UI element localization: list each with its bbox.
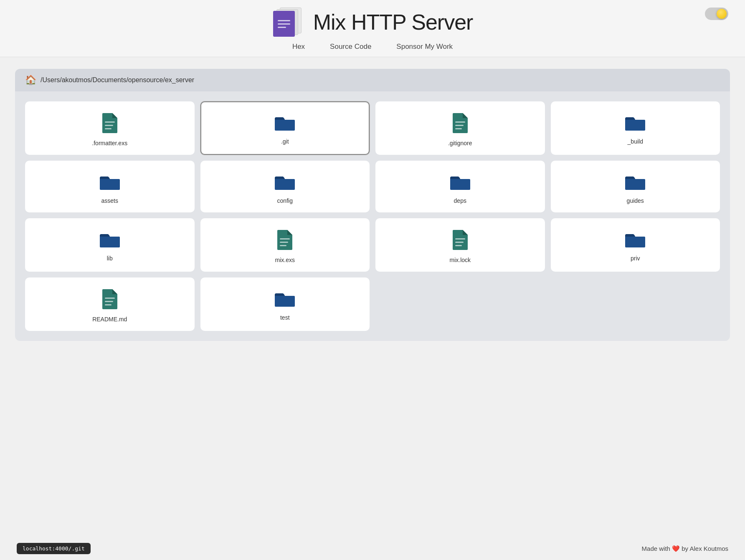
file-name: README.md — [92, 316, 127, 323]
file-item[interactable]: .git — [200, 101, 370, 155]
file-icon — [276, 229, 293, 252]
main-content: 🏠 /Users/akoutmos/Documents/opensource/e… — [0, 57, 745, 537]
home-icon: 🏠 — [25, 75, 36, 86]
credit-prefix: Made with — [642, 545, 670, 552]
file-item[interactable]: guides — [551, 161, 720, 212]
file-item[interactable]: config — [200, 161, 370, 212]
svg-rect-11 — [455, 245, 462, 246]
breadcrumb-path: /Users/akoutmos/Documents/opensource/ex_… — [41, 76, 194, 84]
file-item[interactable]: _build — [551, 101, 720, 155]
svg-rect-10 — [455, 242, 464, 243]
file-name: priv — [631, 255, 640, 262]
nav-item-sponsor[interactable]: Sponsor My Work — [396, 43, 453, 57]
file-item[interactable]: README.md — [25, 277, 195, 331]
file-item[interactable]: deps — [375, 161, 545, 212]
nav-item-source-code[interactable]: Source Code — [330, 43, 371, 57]
folder-icon — [274, 172, 296, 192]
footer-credit: Made with ❤️ by Alex Koutmos — [642, 545, 728, 552]
file-name: deps — [454, 197, 466, 204]
file-item[interactable]: priv — [551, 218, 720, 272]
svg-rect-7 — [280, 242, 288, 243]
file-icon — [452, 112, 469, 135]
file-item[interactable]: test — [200, 277, 370, 331]
file-name: .formatter.exs — [92, 140, 127, 146]
file-icon — [101, 112, 118, 135]
svg-rect-4 — [455, 125, 464, 126]
svg-rect-3 — [455, 121, 465, 123]
folder-icon — [274, 288, 296, 309]
file-name: lib — [107, 255, 113, 262]
file-item[interactable]: assets — [25, 161, 195, 212]
page-lines — [278, 20, 290, 28]
app-icon — [272, 8, 306, 37]
heart-icon: ❤️ — [672, 545, 682, 552]
header-top: Mix HTTP Server — [272, 8, 473, 37]
page-front — [273, 11, 295, 37]
status-bar: localhost:4000/.git — [17, 543, 91, 554]
file-name: mix.lock — [449, 257, 471, 263]
svg-rect-6 — [280, 238, 290, 240]
file-name: mix.exs — [275, 257, 295, 263]
file-name: config — [277, 197, 293, 204]
folder-icon — [99, 172, 121, 192]
app-title: Mix HTTP Server — [313, 10, 473, 35]
svg-rect-1 — [105, 125, 113, 126]
file-name: guides — [627, 197, 644, 204]
app-header: Mix HTTP Server Hex Source Code Sponsor … — [0, 0, 745, 57]
svg-rect-2 — [105, 128, 111, 129]
credit-suffix: by Alex Koutmos — [682, 545, 728, 552]
svg-rect-13 — [105, 301, 113, 302]
svg-rect-14 — [105, 304, 111, 305]
svg-rect-8 — [280, 245, 286, 246]
file-name: test — [280, 314, 290, 321]
page-line-2 — [278, 23, 290, 25]
file-icon — [101, 288, 118, 311]
folder-icon — [624, 229, 646, 250]
file-item[interactable]: .formatter.exs — [25, 101, 195, 155]
file-name: _build — [628, 138, 643, 145]
file-name: assets — [101, 197, 118, 204]
folder-icon — [624, 112, 646, 133]
folder-icon — [624, 172, 646, 192]
file-item[interactable]: mix.lock — [375, 218, 545, 272]
files-grid: .formatter.exs .git .gitignore — [15, 91, 730, 331]
page-line-3 — [278, 27, 286, 28]
file-item[interactable]: .gitignore — [375, 101, 545, 155]
svg-rect-0 — [105, 121, 115, 123]
main-nav: Hex Source Code Sponsor My Work — [292, 43, 453, 57]
footer: localhost:4000/.git Made with ❤️ by Alex… — [0, 537, 745, 560]
file-name: .git — [281, 138, 289, 145]
file-item[interactable]: mix.exs — [200, 218, 370, 272]
breadcrumb-bar: 🏠 /Users/akoutmos/Documents/opensource/e… — [15, 69, 730, 91]
svg-rect-12 — [105, 298, 115, 299]
svg-rect-9 — [455, 238, 465, 240]
svg-rect-5 — [455, 128, 462, 129]
theme-toggle[interactable] — [705, 8, 728, 20]
file-browser: 🏠 /Users/akoutmos/Documents/opensource/e… — [15, 69, 730, 341]
nav-item-hex[interactable]: Hex — [292, 43, 305, 57]
folder-icon — [99, 229, 121, 250]
folder-icon — [274, 112, 296, 133]
file-name: .gitignore — [448, 140, 472, 146]
file-icon — [452, 229, 469, 252]
page-line-1 — [278, 20, 290, 21]
toggle-thumb — [717, 9, 727, 19]
toggle-track[interactable] — [705, 8, 728, 20]
file-item[interactable]: lib — [25, 218, 195, 272]
folder-icon — [449, 172, 471, 192]
